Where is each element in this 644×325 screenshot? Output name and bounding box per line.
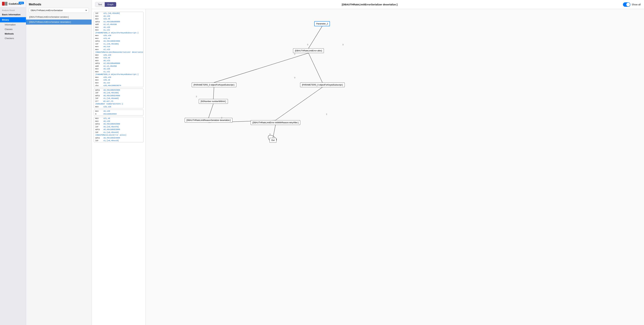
code-line: [DBAUTHRateLimitError alloc] [94, 134, 143, 137]
layout-wrapper: Methods DBAUTHRateLimitErrorSerializer [… [26, 0, 644, 325]
sidebar-item-checkers[interactable]: Checkers [0, 36, 26, 41]
code-line: adrpx8,#0x100d23000 [94, 128, 143, 131]
tab-group: TextGraph [95, 2, 116, 7]
sidebar-item-classes[interactable]: Classes [0, 27, 26, 32]
show-all-toggle[interactable]: Show all [623, 2, 641, 7]
code-instr: mov [95, 76, 103, 79]
method-item-deserialize[interactable]: [DBAUTHRateLimitErrorSerializer deserial… [26, 20, 92, 25]
code-instr: ldr [95, 131, 103, 134]
code-instr: mov [95, 29, 103, 32]
code-line: addx2,x2,#0x638 [94, 23, 143, 26]
code-instr: add [95, 23, 103, 26]
svg-line-9 [273, 125, 276, 138]
toggle-switch[interactable] [623, 2, 630, 7]
code-call: [PARAMETERS_0 objectForKeyedSubscript:] [95, 32, 138, 34]
code-instr: mov [95, 105, 103, 108]
code-args: x0,x20 [103, 120, 110, 123]
code-instr: b [95, 113, 103, 116]
code-line: movx29,x29 [94, 105, 143, 108]
sidebar-item-information[interactable]: Information [0, 23, 26, 27]
code-args: x1,[x8,#0xcc8] [103, 139, 119, 142]
code-instr: adrp [95, 40, 103, 43]
beta-badge: beta [19, 2, 24, 4]
graph-node-dbauthreasondeser[interactable]: [DBAUTHRateLimitReasonSerializer deseria… [185, 118, 232, 123]
code-line: ldrx0,[x8,#0x470] [94, 125, 143, 128]
graph-view[interactable]: Parameter_2[DBAUTHRateLimitError alloc][… [146, 9, 644, 325]
graph-node-nsnumber[interactable]: [NSNumber numberWithInt:] [199, 99, 228, 104]
split-view: ldrx21,[x8,#0xed0]movx0,x20movx22,x0adrp… [92, 9, 644, 325]
edge-label-e3: 2 [294, 53, 295, 55]
code-args: x8,#0x100d42000 [103, 123, 120, 125]
graph-node-params_left[interactable]: [PARAMETERS_0 objectForKeyedSubscript:] [192, 83, 236, 87]
code-args: x8,#0x100d23000 [103, 128, 120, 131]
graph-node-dbauthalloc[interactable]: [DBAUTHRateLimitError alloc] [293, 48, 324, 53]
code-instr: mov [95, 56, 103, 59]
code-line: adrpx8,#0x100d42000 [94, 123, 143, 125]
code-instr: adrp [95, 62, 103, 65]
code-instr: adrp [95, 89, 103, 92]
tab-text[interactable]: Text [95, 2, 105, 7]
code-args: x8,#0x100d42000 [103, 89, 120, 92]
code-instr: mov [95, 54, 103, 57]
code-args: x2,x23 [103, 48, 110, 51]
edge-label-e5: 2 [221, 117, 222, 119]
graph-node-dbauthinit[interactable]: [DBAUTHRateLimitError initWithReason:ret… [251, 120, 300, 125]
sidebar: CodeKnife beta Analysis Result Basic Inf… [0, 0, 26, 325]
graph-node-params_right[interactable]: [PARAMETERS_0 objectForKeyedSubscript:] [300, 83, 345, 87]
code-instr: adrp [95, 137, 103, 139]
code-line: movx22,x0 [94, 18, 143, 20]
code-args: x29,x29 [103, 105, 111, 108]
code-line: adrpx2,#0x100a96000 [94, 62, 143, 65]
code-view[interactable]: ldrx21,[x8,#0xed0]movx0,x20movx22,x0adrp… [92, 9, 146, 325]
code-instr: mov [95, 70, 103, 73]
code-args: x21,[x8,#0xed0] [103, 12, 120, 15]
code-line: [NSNumber numberWithInt:] [94, 103, 143, 105]
code-line: adrpx2,#0x100a96000 [94, 20, 143, 23]
code-line: movx0,x20 [94, 15, 143, 18]
code-line: movx1,x21 [94, 29, 143, 32]
code-line: ldrx1,[x8,#0xa10] [94, 131, 143, 134]
code-instr: mov [95, 26, 103, 29]
sidebar-item-methods[interactable]: Methods [0, 32, 26, 36]
code-args: x19,x0 [103, 56, 110, 59]
methods-dropdown[interactable]: DBAUTHRateLimitErrorSerializer [29, 8, 89, 13]
code-args: x29,x29 [103, 54, 111, 57]
sidebar-nav: Basic InformationBinaryInformationClasse… [0, 12, 26, 41]
code-instr: adrp [95, 20, 103, 23]
svg-line-2 [308, 26, 322, 48]
sidebar-item-basic-information[interactable]: Basic Information [0, 12, 26, 17]
code-instr: mov [95, 59, 103, 62]
code-args: x23,x0 [103, 37, 110, 40]
methods-dropdown-row: DBAUTHRateLimitErrorSerializer [26, 8, 92, 15]
code-block-block1: ldrx21,[x8,#0xed0]movx0,x20movx22,x0adrp… [94, 12, 144, 87]
tab-graph[interactable]: Graph [105, 2, 116, 7]
code-args: x20,x0 [103, 79, 110, 82]
method-list: [DBAUTHRateLimitErrorSerializer serializ… [26, 15, 92, 25]
code-line: b#0x100029594 [94, 113, 143, 116]
code-call: [NSNumber numberWithInt:] [95, 103, 123, 105]
code-instr: ldr [95, 139, 103, 142]
code-instr: add [95, 65, 103, 68]
code-line: movx1,x21 [94, 70, 143, 73]
code-line: movx20,x0 [94, 79, 143, 82]
code-instr: mov [95, 45, 103, 48]
method-item-serialize[interactable]: [DBAUTHRateLimitErrorSerializer serializ… [26, 15, 92, 20]
code-args: x2,#0x100a96000 [103, 20, 120, 23]
graph-node-out[interactable]: Out [270, 138, 276, 143]
sidebar-item-binary[interactable]: Binary [0, 17, 26, 23]
graph-canvas: Parameter_2[DBAUTHRateLimitError alloc][… [146, 9, 550, 161]
code-line: orrw2,wzr,#1 [94, 100, 143, 103]
code-args: x20,#0x100029574 [103, 84, 121, 87]
code-block-block4: movx21,x0movx0,x20adrpx8,#0x100d42000ldr… [94, 117, 144, 142]
code-line: movx29,x29 [94, 76, 143, 79]
methods-header: Methods [26, 0, 92, 8]
code-line: movx0,x19 [94, 45, 143, 48]
logo-bar: CodeKnife beta [0, 0, 26, 8]
code-line: adrpx8,#0x100d24000 [94, 137, 143, 139]
code-args: x1,[x8,#0x3d0] [103, 43, 119, 46]
edge-label-e6: 3 [326, 113, 327, 115]
graph-node-param2[interactable]: Parameter_2 [314, 21, 330, 26]
code-block-block2: adrpx8,#0x100d42000ldrx0,[x8,#0x260]adrp… [94, 89, 144, 108]
code-call: [DBAUTHRateLimitError alloc] [95, 134, 126, 137]
code-line: adrpx8,#0x100d24000 [94, 94, 143, 97]
